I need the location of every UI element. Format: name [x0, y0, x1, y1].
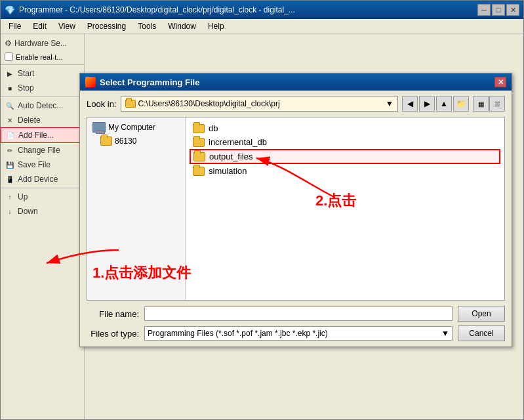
minimize-button[interactable]: ─: [477, 4, 491, 16]
new-folder-button[interactable]: 📁: [453, 96, 469, 112]
hardware-section: ⚙ Hardware Se...: [1, 36, 84, 51]
nav-buttons: ◀ ▶ ▲ 📁: [402, 96, 469, 112]
filetype-dropdown[interactable]: Programming Files (*.sof *.pof *.jam *.j…: [144, 326, 453, 341]
nav-panel: My Computer 86130: [87, 117, 186, 300]
file-name-db: db: [209, 123, 218, 133]
menu-help[interactable]: Help: [203, 20, 230, 32]
menu-file[interactable]: File: [3, 20, 26, 32]
change-file-icon: ✏: [5, 145, 15, 156]
stop-icon: ■: [5, 83, 15, 93]
add-device-button[interactable]: 📱 Add Device: [1, 172, 84, 186]
view-buttons: ▦ ☰: [473, 96, 505, 112]
hardware-label: Hardware Se...: [14, 39, 67, 48]
main-content: ⚙ Hardware Se... Enable real-t... ▶ Star…: [1, 33, 523, 419]
back-button[interactable]: ◀: [402, 96, 418, 112]
folder-86130-nav-item[interactable]: 86130: [90, 135, 182, 148]
add-file-label: Add File...: [18, 131, 54, 140]
down-icon: ↓: [5, 206, 15, 217]
menu-window[interactable]: Window: [163, 20, 201, 32]
down-button[interactable]: ↓ Down: [1, 204, 84, 219]
file-item-incremental-db[interactable]: incremental_db: [190, 135, 500, 149]
filename-input[interactable]: [144, 306, 453, 321]
add-file-button[interactable]: 📄 Add File...: [1, 127, 84, 143]
main-window: 💎 Programmer - C:/Users/86130/Desktop/di…: [0, 0, 524, 420]
file-item-db[interactable]: db: [190, 121, 500, 135]
open-button[interactable]: Open: [458, 306, 505, 322]
filename-label: File name:: [87, 309, 139, 319]
file-list: db incremental_db output_files simu: [186, 117, 504, 300]
computer-icon: [92, 122, 106, 133]
my-computer-nav-item[interactable]: My Computer: [90, 120, 182, 135]
delete-label: Delete: [18, 116, 41, 125]
file-name-simulation: simulation: [209, 166, 247, 176]
enable-label: Enable real-t...: [16, 53, 63, 61]
folder-incremental-icon: [193, 138, 205, 147]
path-folder-icon: [125, 100, 136, 108]
start-icon: ▶: [5, 68, 15, 79]
add-file-icon: 📄: [5, 130, 16, 140]
file-item-output-files[interactable]: output_files: [190, 149, 500, 164]
hardware-icon: ⚙: [5, 39, 12, 48]
auto-detect-label: Auto Detec...: [18, 101, 63, 110]
up-button[interactable]: ↑ Up: [1, 190, 84, 204]
look-in-dropdown[interactable]: C:\Users\86130\Desktop\digital_clock\prj…: [121, 96, 398, 112]
change-file-label: Change File: [18, 146, 60, 155]
down-label: Down: [18, 207, 38, 216]
save-file-icon: 💾: [5, 159, 15, 170]
file-name-incremental-db: incremental_db: [209, 137, 267, 147]
filename-row: File name: Open: [87, 306, 505, 322]
cancel-button[interactable]: Cancel: [458, 326, 505, 341]
folder-simulation-icon: [193, 167, 205, 176]
delete-icon: ✕: [5, 115, 15, 125]
filetype-label: Files of type:: [87, 329, 139, 339]
maximize-button[interactable]: □: [492, 4, 505, 16]
stop-label: Stop: [18, 83, 34, 93]
folder-db-icon: [193, 124, 205, 133]
dialog-title-text: Select Programming File: [100, 77, 199, 87]
delete-button[interactable]: ✕ Delete: [1, 113, 84, 127]
menu-view[interactable]: View: [53, 20, 81, 32]
look-in-path: C:\Users\86130\Desktop\digital_clock\prj: [138, 99, 280, 108]
add-device-label: Add Device: [18, 175, 58, 184]
file-name-output-files: output_files: [209, 152, 253, 161]
app-icon: 💎: [5, 5, 15, 15]
dropdown-arrow-icon: ▼: [386, 99, 393, 108]
auto-detect-icon: 🔍: [5, 100, 15, 111]
auto-detect-button[interactable]: 🔍 Auto Detec...: [1, 98, 84, 113]
menu-tools[interactable]: Tools: [132, 20, 161, 32]
dialog-body: Look in: C:\Users\86130\Desktop\digital_…: [80, 91, 512, 346]
dialog-icon: [85, 77, 96, 87]
enable-realtime-row: Enable real-t...: [1, 51, 84, 63]
save-file-button[interactable]: 💾 Save File: [1, 158, 84, 172]
stop-button[interactable]: ■ Stop: [1, 81, 84, 95]
start-label: Start: [18, 69, 34, 78]
window-title: Programmer - C:/Users/86130/Desktop/digi…: [19, 5, 477, 14]
enable-checkbox[interactable]: [5, 52, 13, 61]
file-item-simulation[interactable]: simulation: [190, 164, 500, 178]
menu-bar: File Edit View Processing Tools Window H…: [1, 19, 523, 33]
start-button[interactable]: ▶ Start: [1, 66, 84, 81]
select-programming-file-dialog: Select Programming File ✕ Look in: C:\Us…: [79, 73, 512, 347]
filetype-arrow-icon: ▼: [441, 329, 449, 338]
change-file-button[interactable]: ✏ Change File: [1, 143, 84, 158]
forward-button[interactable]: ▶: [419, 96, 435, 112]
title-bar: 💎 Programmer - C:/Users/86130/Desktop/di…: [1, 1, 523, 19]
dialog-title-bar: Select Programming File ✕: [80, 74, 512, 91]
filetype-value: Programming Files (*.sof *.pof *.jam *.j…: [148, 329, 328, 338]
folder-output-icon: [193, 152, 205, 161]
details-view-button[interactable]: ☰: [489, 96, 505, 112]
look-in-label: Look in:: [87, 99, 117, 109]
menu-processing[interactable]: Processing: [82, 20, 131, 32]
filetype-row: Files of type: Programming Files (*.sof …: [87, 326, 505, 341]
up-label: Up: [18, 192, 28, 201]
divider-2: [1, 96, 84, 97]
dialog-close-button[interactable]: ✕: [494, 77, 506, 87]
list-view-button[interactable]: ▦: [473, 96, 489, 112]
close-button[interactable]: ✕: [506, 4, 519, 16]
divider-1: [1, 64, 84, 65]
divider-3: [1, 188, 84, 188]
up-dir-button[interactable]: ▲: [436, 96, 452, 112]
window-controls: ─ □ ✕: [477, 4, 519, 16]
menu-edit[interactable]: Edit: [28, 20, 52, 32]
file-browser: My Computer 86130 db: [87, 117, 505, 301]
